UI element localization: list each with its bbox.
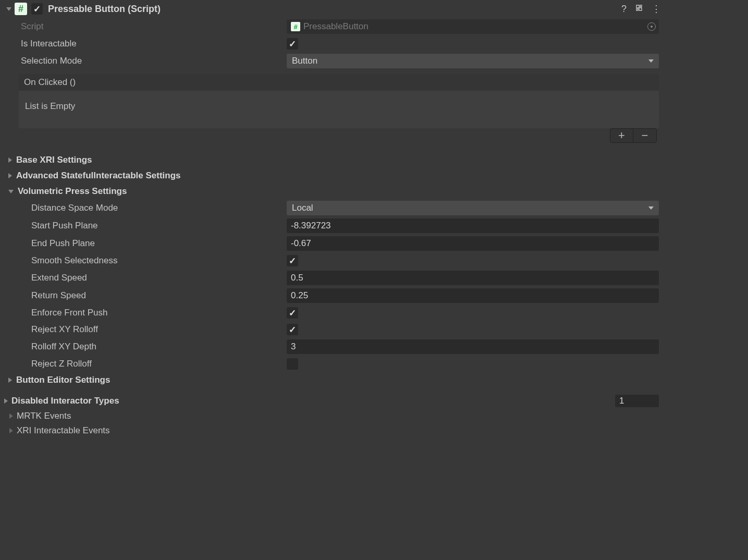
foldout-disabled-interactor[interactable] bbox=[4, 398, 8, 404]
dropdown-distance-space-mode[interactable]: Local bbox=[287, 201, 659, 215]
input-end-push-plane[interactable]: -0.67 bbox=[287, 236, 659, 251]
field-selection-mode: Selection Mode Button bbox=[0, 52, 665, 70]
section-disabled-interactor[interactable]: Disabled Interactor Types 1 bbox=[0, 393, 665, 409]
component-foldout-icon[interactable] bbox=[6, 7, 11, 11]
section-advanced-stateful[interactable]: Advanced StatefulInteractable Settings bbox=[0, 168, 665, 184]
component-enable-checkbox[interactable] bbox=[31, 3, 43, 15]
foldout-volumetric[interactable] bbox=[8, 190, 14, 193]
checkbox-is-interactable[interactable] bbox=[287, 38, 298, 50]
input-disabled-interactor-count[interactable]: 1 bbox=[615, 395, 659, 407]
kebab-menu-icon[interactable]: ⋮ bbox=[652, 3, 661, 15]
section-volumetric[interactable]: Volumetric Press Settings bbox=[0, 184, 665, 199]
section-mrtk-events[interactable]: MRTK Events bbox=[0, 409, 665, 423]
section-xri-events[interactable]: XRI Interactable Events bbox=[0, 423, 665, 438]
checkbox-reject-z-rolloff[interactable] bbox=[287, 358, 298, 370]
section-base-xri[interactable]: Base XRI Settings bbox=[0, 152, 665, 168]
script-value: PressableButton bbox=[303, 21, 655, 32]
event-add-remove: + − bbox=[610, 128, 657, 143]
label-is-interactable: Is Interactable bbox=[21, 39, 287, 49]
event-remove-button[interactable]: − bbox=[633, 129, 656, 142]
input-return-speed[interactable]: 0.25 bbox=[287, 288, 659, 303]
dropdown-selection-mode[interactable]: Button bbox=[287, 54, 659, 68]
input-start-push-plane[interactable]: -8.392723 bbox=[287, 218, 659, 233]
foldout-button-editor[interactable] bbox=[8, 378, 12, 383]
event-on-clicked: On Clicked () List is Empty bbox=[19, 74, 659, 128]
label-script: Script bbox=[21, 21, 287, 32]
field-end-push-plane: End Push Plane -0.67 bbox=[0, 235, 665, 252]
input-rolloff-xy-depth[interactable]: 3 bbox=[287, 339, 659, 354]
field-extend-speed: Extend Speed 0.5 bbox=[0, 269, 665, 287]
script-type-icon: # bbox=[291, 22, 300, 31]
foldout-advanced-stateful[interactable] bbox=[8, 173, 12, 178]
header-actions: ? ⋮ bbox=[621, 3, 661, 15]
foldout-mrtk-events[interactable] bbox=[9, 413, 13, 419]
foldout-xri-events[interactable] bbox=[9, 428, 13, 433]
field-reject-z-rolloff: Reject Z Rolloff bbox=[0, 356, 665, 372]
field-smooth-selectedness: Smooth Selectedness bbox=[0, 252, 665, 269]
help-icon[interactable]: ? bbox=[621, 4, 627, 15]
object-picker-icon[interactable] bbox=[647, 22, 656, 31]
checkbox-enforce-front-push[interactable] bbox=[287, 307, 298, 319]
event-body: List is Empty bbox=[19, 91, 659, 128]
field-enforce-front-push: Enforce Front Push bbox=[0, 305, 665, 321]
field-reject-xy-rolloff: Reject XY Rolloff bbox=[0, 321, 665, 338]
field-return-speed: Return Speed 0.25 bbox=[0, 287, 665, 305]
component-title: Pressable Button (Script) bbox=[48, 4, 621, 15]
script-object-field[interactable]: # PressableButton bbox=[287, 19, 659, 34]
checkbox-smooth-selectedness[interactable] bbox=[287, 255, 298, 266]
field-is-interactable: Is Interactable bbox=[0, 35, 665, 52]
input-extend-speed[interactable]: 0.5 bbox=[287, 271, 659, 285]
field-script: Script # PressableButton bbox=[0, 18, 665, 35]
event-footer: + − bbox=[0, 128, 665, 145]
label-selection-mode: Selection Mode bbox=[21, 56, 287, 66]
checkbox-reject-xy-rolloff[interactable] bbox=[287, 324, 298, 335]
component-header: # Pressable Button (Script) ? ⋮ bbox=[0, 0, 665, 18]
event-empty-text: List is Empty bbox=[25, 101, 75, 111]
field-rolloff-xy-depth: Rolloff XY Depth 3 bbox=[0, 338, 665, 356]
preset-icon[interactable] bbox=[635, 4, 643, 15]
field-distance-space-mode: Distance Space Mode Local bbox=[0, 199, 665, 217]
event-header: On Clicked () bbox=[19, 74, 659, 91]
foldout-base-xri[interactable] bbox=[8, 157, 12, 163]
script-icon: # bbox=[15, 3, 27, 15]
field-start-push-plane: Start Push Plane -8.392723 bbox=[0, 217, 665, 235]
event-add-button[interactable]: + bbox=[610, 129, 633, 142]
section-button-editor[interactable]: Button Editor Settings bbox=[0, 372, 665, 388]
